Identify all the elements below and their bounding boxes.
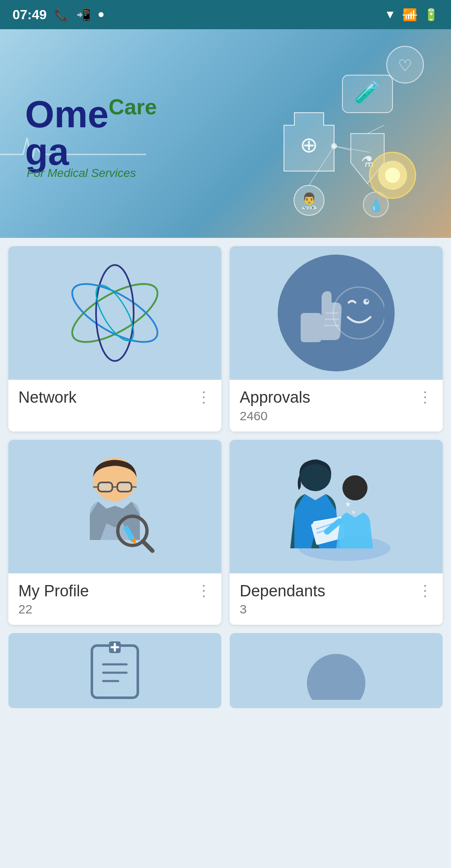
medical-icons-svg: ♡ 🧪 ⊕ ⚗ 👨‍⚕️ 💧 (251, 42, 426, 225)
dot-indicator (99, 12, 104, 17)
svg-text:👨‍⚕️: 👨‍⚕️ (300, 192, 319, 209)
profile-icon-svg (65, 448, 165, 565)
approvals-circle-icon (278, 255, 395, 371)
svg-point-20 (331, 143, 337, 149)
network-card-title: Network (18, 388, 76, 407)
medical-records-icon (86, 641, 144, 700)
circle-icon-partial (307, 641, 365, 700)
svg-text:★: ★ (345, 500, 351, 508)
dependants-card-image: ★ ★ (230, 440, 443, 573)
myprofile-card-text: My Profile 22 (18, 582, 89, 617)
svg-text:💧: 💧 (368, 198, 384, 213)
hero-banner: OmeCare ga For Medical Services ♡ 🧪 ⊕ ⚗ … (0, 29, 451, 238)
logo-ome: Ome (25, 93, 109, 135)
svg-point-18 (385, 168, 400, 183)
svg-rect-28 (301, 313, 322, 342)
status-right: ▼ 📶 🔋 (384, 8, 438, 22)
approvals-card-image (230, 246, 443, 380)
network-card-menu[interactable]: ⋮ (196, 388, 211, 405)
wifi-icon: ▼ (384, 8, 396, 21)
bottom-card-right[interactable] (230, 633, 443, 708)
dependants-card-text: Dependants 3 (240, 582, 325, 617)
logo-care: Care (109, 95, 157, 119)
svg-text:🧪: 🧪 (354, 79, 381, 105)
dependants-card-footer: Dependants 3 ⋮ (230, 573, 443, 625)
phone-icon: 📞 (54, 8, 69, 22)
network-card[interactable]: Network ⋮ (8, 246, 221, 431)
bottom-card-left[interactable] (8, 633, 221, 708)
battery-icon: 🔋 (424, 8, 438, 22)
svg-rect-36 (98, 482, 112, 492)
svg-point-62 (307, 654, 365, 700)
approvals-card-menu[interactable]: ⋮ (418, 388, 433, 405)
svg-line-42 (143, 541, 152, 551)
myprofile-card-footer: My Profile 22 ⋮ (8, 573, 221, 625)
svg-line-15 (367, 125, 384, 134)
approvals-card[interactable]: Approvals 2460 ⋮ (230, 246, 443, 431)
myprofile-card-menu[interactable]: ⋮ (196, 582, 211, 598)
cards-grid: Network ⋮ (0, 238, 451, 633)
status-left: 07:49 📞 📲 (13, 7, 104, 23)
svg-text:⊕: ⊕ (300, 133, 318, 157)
svg-point-34 (366, 300, 368, 302)
approvals-count: 2460 (240, 409, 310, 423)
approvals-icon-svg (288, 271, 384, 355)
bottom-partial-cards (0, 633, 451, 717)
dependants-card-title: Dependants (240, 582, 325, 601)
network-card-text: Network (18, 388, 76, 407)
dependants-card[interactable]: ★ ★ Dependants 3 ⋮ (230, 440, 443, 625)
approvals-card-footer: Approvals 2460 ⋮ (230, 380, 443, 431)
svg-text:★: ★ (351, 509, 356, 515)
myprofile-card-image (8, 440, 221, 573)
network-card-image (8, 246, 221, 380)
logo-tagline: For Medical Services (27, 167, 157, 180)
svg-text:♡: ♡ (398, 57, 412, 74)
myprofile-card[interactable]: My Profile 22 ⋮ (8, 440, 221, 625)
svg-point-51 (342, 475, 367, 500)
network-icon-svg (61, 259, 169, 367)
app-logo: OmeCare ga For Medical Services (25, 96, 157, 180)
dependants-icon-svg: ★ ★ (278, 448, 395, 565)
approvals-card-title: Approvals (240, 388, 310, 407)
time-display: 07:49 (13, 7, 47, 23)
hero-medical-icons: ♡ 🧪 ⊕ ⚗ 👨‍⚕️ 💧 (251, 42, 426, 225)
myprofile-card-title: My Profile (18, 582, 89, 601)
myprofile-count: 22 (18, 602, 89, 616)
dependants-count: 3 (240, 602, 325, 616)
dependants-card-menu[interactable]: ⋮ (418, 582, 433, 598)
signal-icon: 📶 (403, 8, 417, 22)
approvals-card-text: Approvals 2460 (240, 388, 310, 423)
network-card-footer: Network ⋮ (8, 380, 221, 416)
svg-rect-37 (117, 482, 132, 492)
status-bar: 07:49 📞 📲 ▼ 📶 🔋 (0, 0, 451, 29)
download-icon: 📲 (76, 8, 91, 22)
